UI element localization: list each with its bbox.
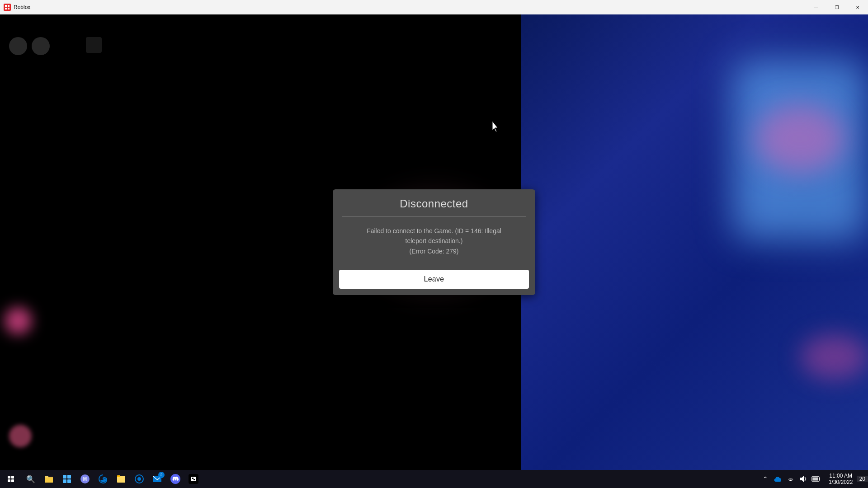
- svg-rect-15: [117, 475, 120, 477]
- wifi-icon: [787, 475, 795, 483]
- tray-chevron[interactable]: ⌃: [760, 474, 771, 484]
- svg-rect-10: [63, 479, 66, 483]
- dialog-title: Disconnected: [400, 197, 468, 210]
- mail-badge: 2: [158, 472, 165, 478]
- minimize-button[interactable]: —: [806, 0, 826, 14]
- file-explorer-button[interactable]: [40, 470, 58, 488]
- tray-battery[interactable]: [811, 474, 821, 484]
- files-icon: [116, 474, 126, 484]
- svg-rect-25: [812, 478, 818, 481]
- search-icon: 🔍: [26, 475, 35, 483]
- mail-button[interactable]: 2: [148, 470, 166, 488]
- chevron-icon: ⌃: [763, 475, 768, 483]
- discord-icon: [170, 474, 180, 484]
- svg-rect-14: [117, 476, 125, 483]
- taskbar: 🔍 M: [0, 470, 868, 488]
- search-button[interactable]: 🔍: [22, 470, 40, 488]
- svg-rect-9: [67, 475, 71, 479]
- svg-rect-8: [63, 475, 66, 479]
- dialog-body: Failed to connect to the Game. (ID = 146…: [333, 217, 535, 265]
- file-explorer-icon: [44, 474, 54, 484]
- start-button[interactable]: [0, 470, 22, 488]
- svg-rect-2: [8, 5, 9, 7]
- svg-rect-3: [5, 8, 7, 9]
- message-line2: teleport destination.): [406, 237, 463, 244]
- files-button[interactable]: [112, 470, 130, 488]
- svg-rect-11: [67, 479, 71, 483]
- meet-icon: M: [80, 474, 90, 484]
- tray-onedrive[interactable]: [773, 474, 783, 484]
- taskbar-tray: ⌃: [756, 470, 825, 488]
- maximize-button[interactable]: ❐: [826, 0, 847, 14]
- meet-button[interactable]: M: [76, 470, 94, 488]
- notification-count[interactable]: 20: [857, 476, 868, 482]
- battery-icon: [811, 476, 821, 482]
- window-controls: — ❐ ✕: [806, 0, 868, 14]
- volume-icon: [799, 475, 807, 483]
- message-line3: (Error Code: 279): [410, 248, 459, 255]
- dialog-header: Disconnected: [333, 189, 535, 216]
- widgets-icon: [62, 474, 72, 484]
- svg-point-17: [137, 477, 141, 481]
- taskbar-clock[interactable]: 11:00 AM 1/30/2022: [825, 470, 857, 488]
- cortana-icon: [134, 474, 144, 484]
- tray-volume[interactable]: [798, 474, 809, 484]
- svg-text:M: M: [83, 477, 87, 482]
- dialog-overlay: Disconnected Failed to connect to the Ga…: [0, 14, 868, 470]
- disconnected-dialog: Disconnected Failed to connect to the Ga…: [333, 189, 535, 295]
- clock-time: 11:00 AM: [829, 473, 852, 479]
- roblox-icon: [189, 474, 198, 484]
- dialog-message: Failed to connect to the Game. (ID = 146…: [346, 226, 522, 256]
- dialog-footer: Leave: [333, 265, 535, 295]
- svg-rect-21: [193, 479, 195, 480]
- svg-rect-0: [4, 4, 11, 11]
- edge-icon: [98, 474, 108, 484]
- titlebar: Roblox — ❐ ✕: [0, 0, 868, 14]
- close-button[interactable]: ✕: [847, 0, 868, 14]
- windows-logo: [8, 476, 14, 482]
- widgets-button[interactable]: [58, 470, 76, 488]
- edge-button[interactable]: [94, 470, 112, 488]
- svg-rect-7: [45, 478, 53, 483]
- svg-marker-22: [800, 476, 804, 482]
- message-line1: Failed to connect to the Game. (ID = 146…: [367, 227, 501, 235]
- leave-button[interactable]: Leave: [339, 270, 529, 289]
- game-area: Disconnected Failed to connect to the Ga…: [0, 14, 868, 470]
- clock-date: 1/30/2022: [829, 479, 853, 485]
- roblox-button[interactable]: [184, 470, 203, 488]
- tray-wifi[interactable]: [785, 474, 796, 484]
- window-title: Roblox: [14, 4, 806, 10]
- discord-button[interactable]: [166, 470, 184, 488]
- svg-rect-4: [8, 8, 9, 9]
- svg-rect-24: [819, 478, 820, 480]
- svg-rect-20: [192, 478, 193, 479]
- svg-rect-1: [5, 5, 7, 7]
- app-icon: [4, 4, 11, 11]
- cloud-icon: [774, 476, 782, 482]
- cortana-button[interactable]: [130, 470, 148, 488]
